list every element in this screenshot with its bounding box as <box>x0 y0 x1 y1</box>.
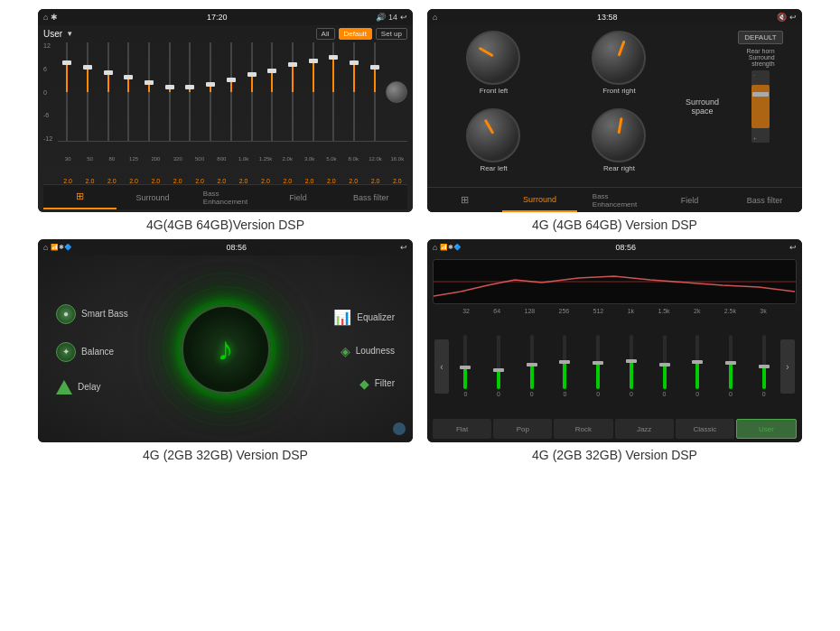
dropdown-icon[interactable]: ▼ <box>66 30 73 38</box>
equalizer-item[interactable]: Equalizer 📊 <box>333 308 395 325</box>
preset-label[interactable]: User <box>43 29 62 39</box>
eq2-right-arrow[interactable]: › <box>780 339 795 394</box>
status-right-1: 🔊 14 ↩ <box>376 13 407 22</box>
eq-bar-2[interactable] <box>98 42 117 141</box>
bass-center[interactable]: ♪ <box>181 304 271 394</box>
eq-bar-8[interactable] <box>222 42 241 141</box>
eq2-left-arrow[interactable]: ‹ <box>434 339 449 394</box>
eq-bar-12[interactable] <box>303 42 322 141</box>
tab-eq-icon-2[interactable]: ⊞ <box>427 188 502 212</box>
knob-front-left-circle[interactable] <box>466 31 520 85</box>
tab-surround-1[interactable]: Surround <box>117 185 190 209</box>
eq2-content: 32 64 128 256 512 1k 1.5k 2k 2.5k 3k ‹ <box>427 255 802 442</box>
eq-bar-0[interactable] <box>58 42 77 141</box>
tab-field-2[interactable]: Field <box>652 188 727 212</box>
caption-2: 4G (4GB 64GB) Version DSP <box>532 218 697 232</box>
tab-field-1[interactable]: Field <box>262 185 335 209</box>
tab-bass-filter-2[interactable]: Bass filter <box>727 188 802 212</box>
delay-item[interactable]: Delay <box>56 380 128 394</box>
home-icon-3: ⌂ <box>43 243 48 252</box>
eq2-bar-9[interactable]: 0 <box>748 335 779 398</box>
status-bar-2: ⌂ 13:58 🔇 ↩ <box>427 9 802 25</box>
eq-bar-14[interactable] <box>345 42 364 141</box>
balance-item[interactable]: ✦ Balance <box>56 342 128 362</box>
loudness-item[interactable]: Loudness ◈ <box>333 343 395 357</box>
back-icon-3: ↩ <box>400 243 407 252</box>
tab-pop[interactable]: Pop <box>493 419 552 439</box>
tab-flat[interactable]: Flat <box>433 419 491 439</box>
eq2-bar-0[interactable]: 0 <box>450 335 481 398</box>
filter-item[interactable]: Filter ◆ <box>333 376 395 390</box>
knob-rear-left-circle[interactable] <box>466 108 520 162</box>
tab-user[interactable]: User <box>736 419 797 439</box>
eq-bar-7[interactable] <box>201 42 220 141</box>
back-icon-1: ↩ <box>400 13 407 22</box>
eq-bar-1[interactable] <box>79 42 98 141</box>
default-button[interactable]: Default <box>339 28 372 40</box>
fader-track[interactable]: - + <box>751 70 770 143</box>
caption-3: 4G (2GB 32GB) Version DSP <box>143 448 308 462</box>
surround-knobs: Front left Front right <box>433 31 680 181</box>
default-btn[interactable]: DEFAULT <box>738 31 782 44</box>
eq2-bars-area: ‹ 0 0 <box>433 317 797 416</box>
eq-bar-9[interactable] <box>242 42 261 141</box>
status-right-2: 🔇 ↩ <box>777 13 797 22</box>
status-left-1: ⌂ ✱ <box>43 13 58 22</box>
eq2-bar-2[interactable]: 0 <box>516 335 547 398</box>
tab-rock[interactable]: Rock <box>554 419 612 439</box>
equalizer-label: Equalizer <box>357 311 395 321</box>
status-right-3: ↩ <box>400 243 407 252</box>
eq-knob[interactable] <box>386 81 407 103</box>
tab-jazz[interactable]: Jazz <box>615 419 674 439</box>
tab-eq-icon[interactable]: ⊞ <box>43 185 117 209</box>
screen-eq2: ⌂ 📶✱🔷 08:56 ↩ <box>427 239 802 442</box>
tab-bass-filter-1[interactable]: Bass filter <box>334 185 407 209</box>
tab-surround-2[interactable]: Surround <box>502 188 577 212</box>
caption-4: 4G (2GB 32GB) Version DSP <box>532 448 697 462</box>
card-surround: ⌂ 13:58 🔇 ↩ <box>427 9 802 232</box>
surround-main: Front left Front right <box>427 25 802 187</box>
eq-bar-6[interactable] <box>181 42 200 141</box>
smart-bass-item[interactable]: ● Smart Bass <box>56 304 128 324</box>
knob-rear-right: Rear right <box>558 108 680 182</box>
all-button[interactable]: All <box>316 28 335 40</box>
eq2-sliders: 0 0 0 0 <box>450 335 779 398</box>
tab-bar-2: ⊞ Surround BassEnhancement Field Bass fi… <box>427 187 802 212</box>
caption-1: 4G(4GB 64GB)Version DSP <box>146 218 304 232</box>
home-icon-1: ⌂ <box>43 13 48 22</box>
eq-topbar-right: All Default Set up <box>316 28 407 40</box>
eq2-bar-8[interactable]: 0 <box>715 335 747 398</box>
knob-front-left: Front left <box>433 31 555 105</box>
knob-front-right-circle[interactable] <box>592 31 646 85</box>
eq-bar-10[interactable] <box>263 42 282 141</box>
time-1: 17:20 <box>207 13 228 22</box>
bass-left-items: ● Smart Bass ✦ Balance Delay <box>56 304 128 394</box>
tab-classic[interactable]: Classic <box>676 419 734 439</box>
eq-bar-15[interactable] <box>365 42 384 141</box>
status-bar-4: ⌂ 📶✱🔷 08:56 ↩ <box>427 239 802 255</box>
eq2-bar-4[interactable]: 0 <box>583 335 614 398</box>
tab-bass-enhancement-2[interactable]: BassEnhancement <box>577 188 652 212</box>
screen-bass: ⌂ 📶✱🔷 08:56 ↩ ● <box>38 239 413 442</box>
tab-bass-enhancement-1[interactable]: BassEnhancement <box>189 185 262 209</box>
eq2-bar-6[interactable]: 0 <box>649 335 680 398</box>
eq-bar-3[interactable] <box>119 42 138 141</box>
eq-bar-4[interactable] <box>140 42 159 141</box>
eq2-bar-1[interactable]: 0 <box>483 335 515 398</box>
smart-bass-icon: ● <box>56 304 76 324</box>
filter-label: Filter <box>375 378 395 388</box>
time-4: 08:56 <box>615 243 636 252</box>
eq2-bar-3[interactable]: 0 <box>549 335 581 398</box>
eq-bar-13[interactable] <box>324 42 343 141</box>
eq-bar-11[interactable] <box>284 42 303 141</box>
knob-rear-left: Rear left <box>433 108 555 182</box>
knob-rear-right-circle[interactable] <box>592 108 646 162</box>
time-2: 13:58 <box>597 13 618 22</box>
filter-icon: ◆ <box>359 376 369 390</box>
eq2-bar-7[interactable]: 0 <box>682 335 714 398</box>
knob-rear-right-label: Rear right <box>603 164 635 172</box>
card-eq2: ⌂ 📶✱🔷 08:56 ↩ <box>427 239 802 462</box>
eq-bar-5[interactable] <box>160 42 179 141</box>
eq2-bar-5[interactable]: 0 <box>616 335 648 398</box>
setup-button[interactable]: Set up <box>376 28 407 40</box>
